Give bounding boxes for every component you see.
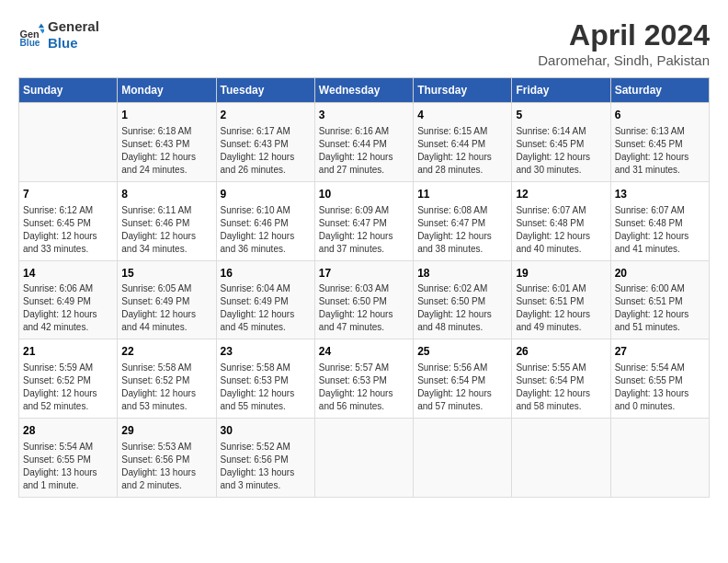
day-number: 8 [121,187,211,202]
main-title: April 2024 [538,18,710,52]
day-info-line: and 31 minutes. [615,164,705,177]
calendar-week-row: 1Sunrise: 6:18 AMSunset: 6:43 PMDaylight… [19,103,710,182]
day-info-line: Daylight: 12 hours [221,387,311,400]
day-info-line: Sunset: 6:48 PM [516,217,606,230]
day-info-line: Sunrise: 5:56 AM [417,362,507,374]
day-info-line: and 53 minutes. [121,400,211,413]
day-info-line: and 37 minutes. [319,243,409,256]
day-info-line: and 1 minute. [23,479,113,492]
day-info-line: and 55 minutes. [221,400,311,413]
day-info-line: and 36 minutes. [221,243,311,256]
column-header-sunday: Sunday [19,78,118,103]
day-info-line: Sunset: 6:54 PM [516,374,606,387]
calendar-cell: 4Sunrise: 6:15 AMSunset: 6:44 PMDaylight… [414,103,512,182]
day-number: 27 [615,344,705,360]
day-info-line: Sunrise: 5:58 AM [221,362,311,374]
day-info-line: Sunset: 6:43 PM [121,138,211,151]
day-number: 4 [417,108,507,123]
day-number: 18 [417,266,507,282]
day-info-line: Sunset: 6:49 PM [23,295,113,308]
day-info-line: Sunset: 6:50 PM [417,295,507,308]
day-number: 9 [221,187,311,202]
svg-marker-1 [39,24,44,29]
day-info-line: Sunset: 6:56 PM [121,454,211,466]
day-info-line: Sunset: 6:55 PM [615,374,705,387]
day-info-line: and 33 minutes. [23,243,113,256]
day-info-line: Sunset: 6:51 PM [615,295,705,308]
calendar-cell: 15Sunrise: 6:05 AMSunset: 6:49 PMDayligh… [118,260,216,339]
day-number: 19 [516,266,606,282]
day-info-line: and 26 minutes. [221,164,311,177]
day-number: 14 [23,266,113,282]
calendar-week-row: 21Sunrise: 5:59 AMSunset: 6:52 PMDayligh… [19,339,710,419]
day-info-line: and 57 minutes. [417,400,507,413]
day-number: 26 [516,344,606,360]
calendar-cell: 16Sunrise: 6:04 AMSunset: 6:49 PMDayligh… [216,260,314,339]
calendar-cell: 18Sunrise: 6:02 AMSunset: 6:50 PMDayligh… [414,260,512,339]
day-info-line: Sunset: 6:49 PM [121,295,211,308]
day-info-line: Sunrise: 6:07 AM [615,204,705,217]
day-info-line: and 2 minutes. [121,479,211,492]
calendar-week-row: 7Sunrise: 6:12 AMSunset: 6:45 PMDaylight… [19,181,710,260]
day-info-line: Sunrise: 5:54 AM [615,362,705,374]
calendar-week-row: 28Sunrise: 5:54 AMSunset: 6:55 PMDayligh… [19,419,710,498]
calendar-cell [314,419,413,498]
calendar-cell [512,419,610,498]
day-info-line: Sunrise: 6:00 AM [615,282,705,295]
day-info-line: Daylight: 12 hours [121,308,211,321]
day-info-line: Daylight: 12 hours [121,230,211,243]
day-info-line: Sunset: 6:53 PM [319,374,409,387]
day-info-line: Sunrise: 6:04 AM [221,282,311,295]
day-info-line: Sunrise: 5:59 AM [23,362,113,374]
day-info-line: Sunset: 6:46 PM [221,217,311,230]
day-number: 24 [319,344,409,360]
day-info-line: and 52 minutes. [23,400,113,413]
day-number: 17 [319,266,409,282]
day-info-line: Sunset: 6:53 PM [221,374,311,387]
day-number: 11 [417,187,507,202]
day-info-line: Daylight: 12 hours [417,308,507,321]
day-info-line: and 44 minutes. [121,321,211,334]
calendar-cell: 29Sunrise: 5:53 AMSunset: 6:56 PMDayligh… [118,419,216,498]
subtitle: Daromehar, Sindh, Pakistan [538,52,710,68]
day-info-line: Sunrise: 5:55 AM [516,362,606,374]
day-info-line: Daylight: 12 hours [23,308,113,321]
day-info-line: Daylight: 13 hours [121,466,211,479]
column-header-friday: Friday [512,78,610,103]
calendar-cell: 14Sunrise: 6:06 AMSunset: 6:49 PMDayligh… [19,260,118,339]
day-info-line: Sunrise: 5:53 AM [121,441,211,454]
day-info-line: and 28 minutes. [417,164,507,177]
svg-marker-2 [40,29,44,34]
day-info-line: Sunset: 6:45 PM [23,217,113,230]
calendar-cell: 27Sunrise: 5:54 AMSunset: 6:55 PMDayligh… [610,339,709,419]
day-info-line: Sunrise: 6:08 AM [417,204,507,217]
day-info-line: Sunrise: 6:17 AM [221,125,311,138]
calendar-cell: 10Sunrise: 6:09 AMSunset: 6:47 PMDayligh… [314,181,413,260]
day-info-line: Sunset: 6:44 PM [319,138,409,151]
calendar-cell: 17Sunrise: 6:03 AMSunset: 6:50 PMDayligh… [314,260,413,339]
day-info-line: Daylight: 12 hours [319,308,409,321]
calendar-cell: 12Sunrise: 6:07 AMSunset: 6:48 PMDayligh… [512,181,610,260]
calendar-cell: 24Sunrise: 5:57 AMSunset: 6:53 PMDayligh… [314,339,413,419]
calendar-cell: 22Sunrise: 5:58 AMSunset: 6:52 PMDayligh… [118,339,216,419]
day-info-line: Daylight: 12 hours [615,230,705,243]
day-info-line: and 42 minutes. [23,321,113,334]
day-info-line: and 49 minutes. [516,321,606,334]
calendar-cell: 23Sunrise: 5:58 AMSunset: 6:53 PMDayligh… [216,339,314,419]
logo-line1: General [48,18,99,35]
day-info-line: Daylight: 12 hours [615,151,705,164]
day-info-line: Sunset: 6:46 PM [121,217,211,230]
day-info-line: Sunset: 6:56 PM [221,454,311,466]
svg-text:Blue: Blue [20,38,40,48]
day-info-line: Daylight: 13 hours [615,387,705,400]
day-info-line: Sunrise: 6:05 AM [121,282,211,295]
day-info-line: Sunrise: 6:18 AM [121,125,211,138]
day-info-line: Daylight: 12 hours [221,308,311,321]
day-number: 12 [516,187,606,202]
logo-line2: Blue [48,35,99,52]
day-info-line: and 30 minutes. [516,164,606,177]
day-info-line: Daylight: 12 hours [417,230,507,243]
logo: Gen Blue General Blue [18,18,99,52]
day-info-line: Sunrise: 6:03 AM [319,282,409,295]
day-number: 3 [319,108,409,123]
